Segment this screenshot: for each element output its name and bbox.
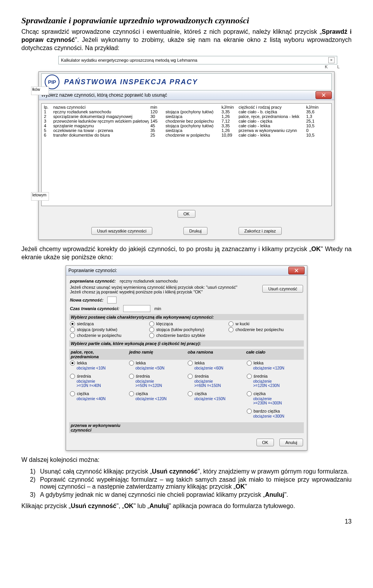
pip-banner-text: PAŃSTWOWA INSPEKCJA PRACY [64, 78, 198, 86]
radio-icon [247, 374, 252, 379]
pose-radio[interactable]: klęcząca [149, 321, 224, 326]
duration-input[interactable] [123, 305, 150, 312]
middle-paragraph: Jeżeli chcemy wprowadzić korekty do jaki… [21, 245, 352, 262]
delete-activity-button[interactable]: Usuń czynność [262, 285, 303, 293]
pose-radio[interactable]: w kucki [228, 321, 303, 326]
cell: chodzenie bez pośpiechu [166, 119, 220, 123]
cell: całe ciało - lekka [239, 133, 305, 137]
cell: palce, ręce, przedramiona - lekk [239, 114, 305, 119]
cell: 120 [150, 109, 164, 114]
cell: 3 [44, 119, 52, 123]
list-num: 1) [30, 468, 40, 475]
load-sublabel: obciążenie >=60N =<150N [194, 379, 244, 388]
list-row[interactable]: 4sprzątanie magazynu45stojąca (pochylony… [42, 123, 331, 128]
select-activity-dialog: łków letowym PIP PAŃSTWOWA INSPEKCJA PRA… [38, 71, 335, 240]
print-button[interactable]: Drukuj [183, 227, 207, 235]
radio-icon [70, 321, 75, 326]
cell: przewożenie ładunków ręcznym wózkiem pal… [53, 119, 149, 123]
pose-radio[interactable]: stojąca (tułów pochylony) [149, 327, 224, 332]
text: A gdybyśmy jednak nic w danej czynności … [40, 491, 265, 498]
button-name: OK [311, 246, 321, 252]
ok-button[interactable]: OK [178, 210, 195, 218]
load-radio[interactable]: ciężka [247, 391, 303, 396]
cell: 10,5 [306, 133, 320, 137]
cell: całe ciało - b. ciężka [239, 109, 305, 114]
cell: 35,6 [306, 109, 320, 114]
cell: sporządzanie dokumentacji magazynowej [53, 114, 149, 119]
cell: 1,26 [221, 128, 237, 133]
finish-save-button[interactable]: Zakończ i zapisz [239, 227, 282, 235]
radio-label: chodzenie w pośpiechu [77, 333, 121, 338]
bodyparts-section-title: Wybierz partie ciała, które wykonują pra… [69, 340, 304, 347]
load-radio[interactable]: lekka [129, 361, 186, 366]
pip-banner: PIP PAŃSTWOWA INSPEKCJA PRACY [41, 73, 332, 90]
list-row[interactable]: 1ręczny rozładunek samochodu120stojąca (… [42, 109, 331, 114]
load-radio[interactable]: lekka [188, 361, 244, 366]
col: kJ/min [221, 105, 237, 109]
close-icon[interactable] [315, 91, 332, 99]
column-letter: L [337, 64, 340, 69]
col: ciężkość i rodzaj pracy [239, 105, 305, 109]
pose-radio[interactable]: stojąca (prosty tułów) [70, 327, 145, 332]
pose-radio[interactable]: siedząca [70, 321, 145, 326]
load-radio[interactable]: ciężka [188, 391, 244, 396]
load-radio[interactable]: ciężka [129, 391, 186, 396]
list-row[interactable]: 2sporządzanie dokumentacji magazynowej30… [42, 114, 331, 119]
load-radio[interactable]: średnia [188, 374, 244, 379]
button-name: OK [124, 503, 133, 509]
hint-text: Jeżeli chcesz ją poprawić wypełnij poniż… [70, 290, 259, 294]
close-icon[interactable]: ✕ [328, 57, 335, 63]
pose-radio-group: siedzącaklęczącaw kuckistojąca (prosty t… [70, 321, 303, 338]
cell: 6 [44, 133, 52, 137]
load-radio[interactable]: średnia [129, 374, 186, 379]
cancel-button[interactable]: Anuluj [279, 439, 303, 446]
cell: 45 [150, 123, 164, 128]
dialog-title: Wybierz nazwe czynności, którą chcesz po… [41, 92, 167, 98]
button-name: Usuń czynność [71, 503, 116, 509]
new-activity-input[interactable] [107, 297, 117, 304]
radio-icon [247, 409, 252, 414]
ok-button[interactable]: OK [256, 439, 274, 446]
radio-label: lekka [77, 361, 87, 365]
dialog-titlebar: Wybierz nazwe czynności, którą chcesz po… [39, 90, 334, 100]
radio-icon [70, 374, 75, 379]
list-row[interactable]: 5oczekiwanie na towar - przerwa35siedząc… [42, 128, 331, 133]
button-name: Usuń czynność [152, 468, 197, 475]
text: ", „ [117, 503, 124, 509]
radio-label: klęcząca [156, 321, 173, 326]
column-letter: K [325, 64, 328, 69]
pose-radio[interactable]: chodzenie w pośpiechu [70, 333, 145, 338]
button-name: OK [235, 483, 245, 490]
radio-label: chodzenie bez pośpiechu [235, 327, 284, 332]
load-radio[interactable]: średnia [70, 374, 127, 379]
dialog-titlebar: Poprawianie czynności: [66, 266, 307, 276]
pose-radio[interactable]: chodzenie bez pośpiechu [228, 327, 303, 332]
radio-label: średnia [254, 374, 268, 378]
intro-paragraph: Chcąc sprawdzić wprowadzone czynności i … [21, 28, 352, 52]
radio-label: średnia [136, 374, 150, 378]
radio-icon [149, 327, 154, 332]
load-radio[interactable]: średnia [247, 374, 303, 379]
load-radio[interactable]: lekka [70, 361, 127, 366]
list-row[interactable]: 6transfer dokumentów do biura25chodzenie… [42, 133, 331, 137]
cell: 25,1 [306, 119, 320, 123]
load-radio[interactable]: ciężka [70, 391, 127, 396]
delete-all-button[interactable]: Usuń wszystkie czynności [91, 227, 152, 235]
radio-icon [247, 391, 252, 396]
cell: siedząca [166, 128, 220, 133]
break-label: przerwa w wykonywaniu czynności [71, 423, 129, 432]
load-sublabel: obciążenie >=120N <230N [253, 379, 303, 388]
activity-listbox[interactable]: lp. nazwa czynności min kJ/min ciężkość … [41, 103, 332, 206]
list-row[interactable]: 3przewożenie ładunków ręcznym wózkiem pa… [42, 119, 331, 123]
load-radio[interactable]: bardzo ciężka [247, 409, 303, 414]
list-num: 3) [30, 491, 40, 498]
load-sublabel: obciążenie <40N [77, 397, 127, 401]
cell: siedząca [166, 114, 220, 119]
cell: 1 [44, 109, 52, 114]
load-sublabel: obciążenie <60N [194, 366, 244, 370]
pose-radio[interactable]: chodzenie bardzo szybkie [149, 333, 224, 338]
close-icon[interactable] [288, 267, 305, 274]
load-radio[interactable]: lekka [247, 361, 303, 366]
page-title: Sprawdzanie i poprawianie uprzednio wpro… [21, 16, 352, 26]
radio-icon [188, 391, 193, 396]
